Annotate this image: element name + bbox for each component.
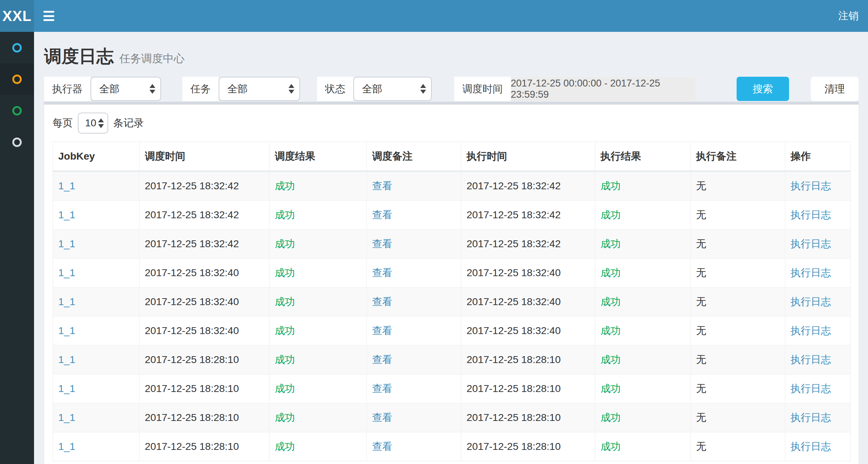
exec-result: 成功 xyxy=(601,209,621,220)
exec-msg: 无 xyxy=(696,267,706,278)
per-page-suffix: 条记录 xyxy=(113,116,144,130)
table-row: 1_12017-12-25 18:32:42成功查看2017-12-25 18:… xyxy=(53,201,851,229)
per-page-value: 10 xyxy=(79,117,98,129)
sidebar-item-3[interactable] xyxy=(0,95,34,126)
executor-label: 执行器 xyxy=(44,77,90,101)
trigger-time-label: 调度时间 xyxy=(454,77,511,101)
trigger-time-range-input[interactable]: 2017-12-25 00:00:00 - 2017-12-25 23:59:5… xyxy=(511,77,695,101)
exec-log-link[interactable]: 执行日志 xyxy=(791,180,831,191)
log-panel: 每页 10 条记录 JobKey调度时间调度结果调度备注执行时间执行结果执行备注… xyxy=(44,102,859,464)
select-arrows-icon xyxy=(149,84,155,94)
status-label: 状态 xyxy=(317,77,353,101)
exec-msg: 无 xyxy=(696,180,706,191)
exec-time: 2017-12-25 18:28:10 xyxy=(467,441,561,452)
trigger-time: 2017-12-25 18:32:42 xyxy=(145,238,239,249)
exec-msg: 无 xyxy=(696,209,706,220)
trigger-result: 成功 xyxy=(275,412,295,423)
trigger-result: 成功 xyxy=(275,238,295,249)
column-header-trigger_result: 调度结果 xyxy=(269,142,367,171)
exec-time: 2017-12-25 18:32:42 xyxy=(467,180,561,191)
content-header: 调度日志 任务调度中心 xyxy=(44,32,859,73)
exec-time: 2017-12-25 18:32:40 xyxy=(467,296,561,307)
exec-time: 2017-12-25 18:28:10 xyxy=(467,383,561,394)
jobkey-link[interactable]: 1_1 xyxy=(58,441,75,452)
table-row: 1_12017-12-25 18:28:10成功查看2017-12-25 18:… xyxy=(53,403,851,432)
trigger-result: 成功 xyxy=(275,296,295,307)
exec-log-link[interactable]: 执行日志 xyxy=(791,296,831,307)
exec-msg: 无 xyxy=(696,325,706,336)
per-page-toolbar: 每页 10 条记录 xyxy=(52,112,850,134)
trigger-msg-link[interactable]: 查看 xyxy=(372,325,392,336)
sidebar-item-4[interactable] xyxy=(0,126,34,158)
trigger-result: 成功 xyxy=(275,209,295,220)
table-row: 1_12017-12-25 18:32:40成功查看2017-12-25 18:… xyxy=(53,316,851,345)
exec-log-link[interactable]: 执行日志 xyxy=(791,325,831,336)
exec-msg: 无 xyxy=(696,238,706,249)
exec-log-link[interactable]: 执行日志 xyxy=(791,354,831,365)
jobkey-link[interactable]: 1_1 xyxy=(58,180,75,191)
table-row: 1_12017-12-25 18:32:40成功查看2017-12-25 18:… xyxy=(53,258,851,287)
circle-icon xyxy=(12,75,22,84)
exec-log-link[interactable]: 执行日志 xyxy=(791,441,831,452)
exec-result: 成功 xyxy=(601,267,621,278)
table-row: 1_12017-12-25 18:32:42成功查看2017-12-25 18:… xyxy=(53,229,851,258)
column-header-exec_time: 执行时间 xyxy=(461,142,595,171)
trigger-msg-link[interactable]: 查看 xyxy=(372,383,392,394)
exec-log-link[interactable]: 执行日志 xyxy=(791,412,831,423)
exec-time: 2017-12-25 18:28:10 xyxy=(467,412,561,423)
executor-filter-group: 执行器 全部 xyxy=(44,77,161,101)
log-table-body: 1_12017-12-25 18:32:42成功查看2017-12-25 18:… xyxy=(53,171,851,461)
trigger-msg-link[interactable]: 查看 xyxy=(372,180,392,191)
trigger-result: 成功 xyxy=(275,354,295,365)
exec-result: 成功 xyxy=(601,296,621,307)
exec-msg: 无 xyxy=(696,412,706,423)
trigger-msg-link[interactable]: 查看 xyxy=(372,296,392,307)
exec-msg: 无 xyxy=(696,383,706,394)
trigger-time: 2017-12-25 18:32:40 xyxy=(145,325,239,336)
jobkey-link[interactable]: 1_1 xyxy=(58,238,75,249)
select-arrows-icon xyxy=(288,84,294,94)
clean-button[interactable]: 清理 xyxy=(811,77,859,101)
status-select[interactable]: 全部 xyxy=(353,77,432,101)
jobkey-link[interactable]: 1_1 xyxy=(58,354,75,365)
trigger-time: 2017-12-25 18:28:10 xyxy=(145,412,239,423)
exec-log-link[interactable]: 执行日志 xyxy=(791,267,831,278)
jobkey-link[interactable]: 1_1 xyxy=(58,296,75,307)
exec-result: 成功 xyxy=(601,354,621,365)
select-arrows-icon xyxy=(420,84,426,94)
column-header-trigger_msg: 调度备注 xyxy=(367,142,461,171)
per-page-select[interactable]: 10 xyxy=(78,113,108,134)
trigger-time: 2017-12-25 18:32:40 xyxy=(145,267,239,278)
exec-log-link[interactable]: 执行日志 xyxy=(791,209,831,220)
sidebar-toggle-icon[interactable] xyxy=(43,11,56,21)
jobkey-link[interactable]: 1_1 xyxy=(58,209,75,220)
column-header-trigger_time: 调度时间 xyxy=(139,142,269,171)
jobkey-link[interactable]: 1_1 xyxy=(58,412,75,423)
page-title: 调度日志 xyxy=(44,45,114,68)
trigger-msg-link[interactable]: 查看 xyxy=(372,267,392,278)
trigger-msg-link[interactable]: 查看 xyxy=(372,238,392,249)
trigger-msg-link[interactable]: 查看 xyxy=(372,209,392,220)
exec-msg: 无 xyxy=(696,354,706,365)
sidebar-item-2[interactable] xyxy=(0,63,34,95)
trigger-msg-link[interactable]: 查看 xyxy=(372,354,392,365)
exec-log-link[interactable]: 执行日志 xyxy=(791,238,831,249)
circle-icon xyxy=(12,106,22,115)
search-button[interactable]: 搜索 xyxy=(737,77,789,101)
per-page-prefix: 每页 xyxy=(52,116,73,130)
jobkey-link[interactable]: 1_1 xyxy=(58,267,75,278)
logout-link[interactable]: 注销 xyxy=(838,9,859,23)
table-row: 1_12017-12-25 18:32:42成功查看2017-12-25 18:… xyxy=(53,171,851,201)
trigger-msg-link[interactable]: 查看 xyxy=(372,412,392,423)
job-select[interactable]: 全部 xyxy=(219,77,300,101)
trigger-result: 成功 xyxy=(275,441,295,452)
sidebar-item-1[interactable] xyxy=(0,32,34,63)
circle-icon xyxy=(12,43,22,52)
executor-select[interactable]: 全部 xyxy=(90,77,161,101)
trigger-msg-link[interactable]: 查看 xyxy=(372,441,392,452)
jobkey-link[interactable]: 1_1 xyxy=(58,383,75,394)
table-row: 1_12017-12-25 18:28:10成功查看2017-12-25 18:… xyxy=(53,432,851,461)
job-select-value: 全部 xyxy=(219,82,288,96)
jobkey-link[interactable]: 1_1 xyxy=(58,325,75,336)
exec-log-link[interactable]: 执行日志 xyxy=(791,383,831,394)
